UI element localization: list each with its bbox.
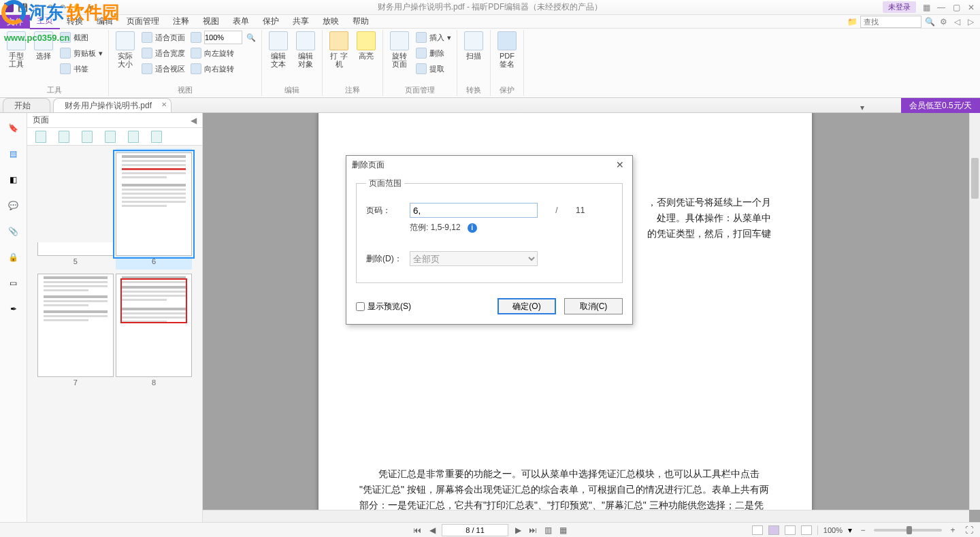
- typewriter-button[interactable]: 打 字机: [327, 30, 351, 85]
- scan-button[interactable]: 扫描: [461, 30, 486, 85]
- page-number-input[interactable]: [410, 203, 538, 218]
- thumb-6[interactable]: 6: [116, 148, 192, 270]
- show-preview-checkbox[interactable]: 显示预览(S): [356, 301, 411, 312]
- next-page-icon[interactable]: ▶: [512, 525, 523, 536]
- page-indicator-input[interactable]: [442, 524, 508, 536]
- tab-close-icon[interactable]: ✕: [161, 101, 167, 108]
- qat-more-icon[interactable]: ▾: [86, 3, 95, 12]
- qat-print-icon[interactable]: 🖨: [31, 3, 41, 12]
- menu-protect[interactable]: 保护: [256, 14, 286, 29]
- status-tool-1-icon[interactable]: ▥: [542, 525, 553, 536]
- delete-scope-select[interactable]: 全部页: [410, 251, 538, 266]
- snapshot-button[interactable]: 截图: [59, 30, 104, 45]
- sidetab-layers-icon[interactable]: ◧: [7, 173, 20, 186]
- search-icon[interactable]: 🔍: [924, 16, 935, 27]
- zoom-slider[interactable]: [874, 529, 942, 532]
- first-page-icon[interactable]: ⏮: [412, 525, 423, 536]
- qat-hand-icon[interactable]: ✋: [72, 3, 82, 12]
- maximize-icon[interactable]: ▢: [951, 3, 961, 12]
- promo-banner[interactable]: 会员低至0.5元/天: [901, 98, 980, 113]
- panel-tool-5-icon[interactable]: [128, 131, 139, 143]
- panel-tool-4-icon[interactable]: [105, 131, 116, 143]
- edit-object-button[interactable]: 编辑 对象: [293, 30, 318, 85]
- login-button[interactable]: 未登录: [883, 1, 916, 13]
- qat-undo-icon[interactable]: ↶: [45, 3, 54, 12]
- menu-edit[interactable]: 编辑: [90, 14, 120, 29]
- sidetab-attachments-icon[interactable]: 📎: [7, 225, 20, 238]
- zoom-out-icon[interactable]: [191, 32, 201, 43]
- sidetab-bookmarks-icon[interactable]: 🔖: [7, 121, 20, 135]
- tab-dropdown-icon[interactable]: ▾: [860, 103, 864, 112]
- tab-document[interactable]: 财务用户操作说明书.pdf✕: [53, 98, 172, 112]
- thumb-5[interactable]: 5: [37, 238, 114, 270]
- menu-play[interactable]: 放映: [316, 14, 346, 29]
- dialog-close-icon[interactable]: ✕: [613, 159, 627, 170]
- grid-icon[interactable]: ▦: [921, 3, 931, 12]
- bookmark-button[interactable]: 书签: [59, 61, 104, 76]
- edit-text-button[interactable]: 编辑 文本: [266, 30, 291, 85]
- menu-file[interactable]: 文件: [0, 15, 30, 29]
- fit-width-button[interactable]: 适合宽度: [140, 46, 186, 61]
- panel-close-icon[interactable]: ◀: [191, 116, 197, 125]
- menu-convert[interactable]: 转换: [60, 14, 90, 29]
- canvas-vscroll[interactable]: [969, 113, 980, 510]
- menu-form[interactable]: 表单: [226, 14, 256, 29]
- tab-start[interactable]: 开始: [3, 98, 50, 112]
- highlight-button[interactable]: 高亮: [354, 30, 378, 85]
- view-single-icon[interactable]: [752, 525, 763, 535]
- sidetab-pages-icon[interactable]: ▤: [7, 147, 20, 161]
- sidetab-fields-icon[interactable]: ▭: [7, 276, 20, 290]
- fullscreen-icon[interactable]: ⛶: [964, 525, 975, 536]
- settings-gear-icon[interactable]: ⚙: [938, 16, 949, 27]
- qat-save-icon[interactable]: 💾: [18, 3, 27, 12]
- panel-tool-3-icon[interactable]: [82, 131, 93, 143]
- menu-help[interactable]: 帮助: [346, 14, 376, 29]
- select-tool-button[interactable]: 选择: [31, 30, 56, 85]
- minimize-icon[interactable]: —: [936, 3, 946, 12]
- view-facing-icon[interactable]: [785, 525, 796, 535]
- folder-search-icon[interactable]: 📁: [847, 16, 858, 27]
- rotate-page-button[interactable]: 旋转 页面: [387, 30, 412, 85]
- zoom-input[interactable]: [204, 31, 242, 44]
- cancel-button[interactable]: 取消(C): [564, 298, 623, 314]
- vscroll-thumb[interactable]: [971, 158, 979, 199]
- panel-tool-2-icon[interactable]: [59, 131, 69, 143]
- search-input[interactable]: [860, 16, 921, 28]
- clipboard-button[interactable]: 剪贴板 ▾: [59, 46, 104, 61]
- thumb-8[interactable]: 8: [116, 270, 192, 391]
- fit-visible-button[interactable]: 适合视区: [140, 61, 186, 76]
- thumbnails[interactable]: 5 6 7 8: [27, 146, 202, 522]
- zoom-in-icon[interactable]: 🔍: [246, 33, 256, 42]
- preview-check[interactable]: [356, 302, 365, 311]
- dialog-titlebar[interactable]: 删除页面 ✕: [346, 156, 632, 174]
- zoom-in-button[interactable]: +: [947, 525, 958, 536]
- fit-page-button[interactable]: 适合页面: [140, 30, 186, 45]
- menu-view[interactable]: 视图: [196, 14, 226, 29]
- sidetab-comments-icon[interactable]: 💬: [7, 199, 20, 212]
- nav-back-icon[interactable]: ◁: [951, 16, 962, 27]
- zoom-slider-knob[interactable]: [906, 526, 912, 534]
- extract-page-button[interactable]: 提取: [414, 61, 453, 76]
- menu-page-manage[interactable]: 页面管理: [120, 14, 166, 29]
- panel-tool-6-icon[interactable]: [151, 131, 162, 143]
- prev-page-icon[interactable]: ◀: [427, 525, 438, 536]
- rotate-right-button[interactable]: 向右旋转: [189, 61, 257, 76]
- sidetab-security-icon[interactable]: 🔒: [7, 250, 20, 264]
- rotate-left-button[interactable]: 向左旋转: [189, 46, 257, 61]
- last-page-icon[interactable]: ⏭: [527, 525, 538, 536]
- zoom-out-button[interactable]: −: [858, 525, 868, 536]
- actual-size-button[interactable]: 实际 大小: [113, 30, 137, 85]
- menu-comment[interactable]: 注释: [166, 14, 196, 29]
- menu-share[interactable]: 共享: [286, 14, 316, 29]
- nav-forward-icon[interactable]: ▷: [965, 16, 976, 27]
- status-tool-2-icon[interactable]: ▦: [557, 525, 568, 536]
- sign-button[interactable]: PDF 签名: [495, 30, 519, 85]
- canvas-hscroll[interactable]: [203, 510, 969, 522]
- view-continuous-icon[interactable]: [768, 525, 779, 535]
- close-icon[interactable]: ✕: [966, 3, 976, 12]
- zoom-dropdown-icon[interactable]: ▾: [848, 525, 852, 535]
- menu-home[interactable]: 主页: [30, 14, 60, 29]
- ok-button[interactable]: 确定(O): [497, 298, 556, 314]
- delete-page-button[interactable]: 删除: [414, 46, 453, 61]
- hand-tool-button[interactable]: 手型 工具: [4, 30, 29, 85]
